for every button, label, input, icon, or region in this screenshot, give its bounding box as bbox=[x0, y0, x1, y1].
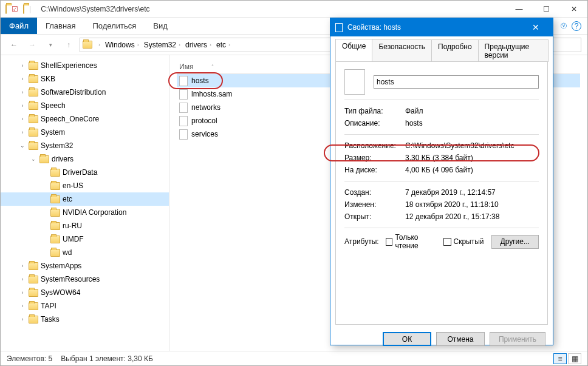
apply-button[interactable]: Применить bbox=[490, 332, 545, 346]
folder-icon bbox=[29, 75, 38, 83]
nav-tree[interactable]: ›ShellExperiences›SKB›SoftwareDistributi… bbox=[1, 55, 169, 351]
folder-icon bbox=[50, 195, 60, 203]
dialog-close-button[interactable]: ✕ bbox=[524, 22, 548, 32]
cancel-button[interactable]: Отмена bbox=[436, 332, 485, 346]
ribbon-expand-icon[interactable]: ⓥ bbox=[561, 22, 567, 30]
nav-up-button[interactable]: ↑ bbox=[61, 38, 76, 52]
col-name[interactable]: Имя bbox=[179, 63, 193, 71]
window-title: C:\Windows\System32\drivers\etc bbox=[36, 5, 505, 13]
view-large-button[interactable]: ▦ bbox=[568, 353, 581, 364]
ok-button[interactable]: ОК bbox=[383, 332, 431, 346]
folder-icon bbox=[29, 142, 38, 150]
crumb-drivers[interactable]: drivers bbox=[185, 41, 207, 49]
checkbox-hidden[interactable]: Скрытый bbox=[443, 237, 484, 246]
dialog-file-icon bbox=[335, 23, 343, 32]
window-titlebar: ☑ | C:\Windows\System32\drivers\etc — ☐ … bbox=[1, 1, 587, 18]
dialog-title: Свойства: hosts bbox=[347, 23, 401, 32]
properties-dialog: Свойства: hosts ✕ Общие Безопасность Под… bbox=[330, 18, 553, 345]
tab-general[interactable]: Общие bbox=[335, 39, 372, 61]
tree-item[interactable]: ›SoftwareDistribution bbox=[1, 86, 169, 99]
maximize-button[interactable]: ☐ bbox=[533, 1, 560, 18]
tree-item[interactable]: NVIDIA Corporation bbox=[1, 206, 169, 219]
folder-icon bbox=[50, 182, 60, 190]
tree-item[interactable]: ⌄drivers bbox=[1, 152, 169, 166]
tab-previous[interactable]: Предыдущие версии bbox=[478, 39, 549, 62]
minimize-button[interactable]: — bbox=[505, 1, 533, 18]
tree-item[interactable]: ›Tasks bbox=[1, 313, 169, 326]
value-location: C:\Windows\System32\drivers\etc bbox=[405, 141, 539, 150]
tree-item-label: SystemResources bbox=[41, 275, 100, 283]
dialog-body: Тип файла:Файл Описание:hosts Расположен… bbox=[335, 61, 548, 325]
qat-folder-icon[interactable] bbox=[23, 5, 24, 13]
folder-icon bbox=[29, 62, 38, 70]
tree-item[interactable]: en-US bbox=[1, 179, 169, 192]
tree-item[interactable]: ›ShellExperiences bbox=[1, 59, 169, 72]
chevron-icon: › bbox=[19, 263, 26, 269]
address-folder-icon bbox=[83, 41, 92, 49]
crumb-system32[interactable]: System32 bbox=[144, 41, 176, 49]
tree-item[interactable]: UMDF bbox=[1, 232, 169, 246]
tree-item[interactable]: ru-RU bbox=[1, 219, 169, 232]
label-size: Размер: bbox=[344, 154, 405, 162]
folder-icon bbox=[50, 249, 60, 257]
tab-security[interactable]: Безопасность bbox=[372, 39, 432, 62]
close-button[interactable]: ✕ bbox=[560, 1, 587, 18]
tree-item-label: System bbox=[41, 128, 65, 137]
chevron-icon: ⌄ bbox=[19, 143, 26, 149]
folder-icon bbox=[29, 302, 38, 310]
checkbox-readonly[interactable]: Только чтение bbox=[386, 233, 436, 250]
help-icon[interactable]: ? bbox=[572, 21, 581, 31]
ribbon-tab-view[interactable]: Вид bbox=[145, 18, 176, 34]
crumb-windows[interactable]: Windows bbox=[105, 41, 135, 49]
chevron-icon: ⌄ bbox=[30, 156, 37, 162]
tree-item-label: Speech_OneCore bbox=[41, 115, 99, 123]
tree-item[interactable]: ›Speech_OneCore bbox=[1, 112, 169, 126]
tree-item[interactable]: ›Speech bbox=[1, 99, 169, 112]
tree-item[interactable]: ›SystemResources bbox=[1, 273, 169, 286]
folder-icon bbox=[29, 115, 38, 123]
crumb-etc[interactable]: etc bbox=[216, 41, 226, 49]
chevron-icon: › bbox=[19, 316, 26, 322]
attributes-other-button[interactable]: Другие... bbox=[491, 235, 539, 249]
label-attributes: Атрибуты: bbox=[344, 237, 386, 246]
ribbon-file-tab[interactable]: Файл bbox=[1, 18, 37, 34]
tree-item[interactable]: ›TAPI bbox=[1, 299, 169, 313]
value-desc: hosts bbox=[405, 119, 539, 127]
label-location: Расположение: bbox=[344, 141, 405, 150]
folder-icon bbox=[50, 236, 60, 243]
filename-input[interactable] bbox=[374, 75, 539, 89]
nav-back-button[interactable]: ← bbox=[7, 38, 21, 52]
tree-item[interactable]: ›SKB bbox=[1, 72, 169, 86]
tree-item-label: SoftwareDistribution bbox=[41, 88, 106, 97]
sort-icon: ˆ bbox=[211, 64, 213, 70]
tab-details[interactable]: Подробно bbox=[431, 39, 479, 62]
tree-item[interactable]: etc bbox=[1, 192, 169, 206]
tree-item[interactable]: ⌄System32 bbox=[1, 139, 169, 152]
ribbon-tab-share[interactable]: Поделиться bbox=[84, 18, 145, 34]
status-bar: Элементов: 5 Выбран 1 элемент: 3,30 КБ ≡… bbox=[1, 351, 587, 365]
value-accessed: 12 декабря 2020 г., 15:17:38 bbox=[405, 212, 539, 221]
tree-item[interactable]: ›System bbox=[1, 126, 169, 139]
tree-item-label: Speech bbox=[41, 101, 66, 110]
folder-icon bbox=[50, 222, 60, 230]
nav-history-button[interactable]: ▾ bbox=[43, 38, 58, 52]
dialog-titlebar[interactable]: Свойства: hosts ✕ bbox=[330, 18, 553, 36]
label-desc: Описание: bbox=[344, 119, 405, 127]
tree-item[interactable]: wd bbox=[1, 246, 169, 259]
ribbon-tab-home[interactable]: Главная bbox=[37, 18, 84, 34]
tree-item[interactable]: ›SysWOW64 bbox=[1, 286, 169, 299]
tree-item-label: SysWOW64 bbox=[41, 288, 80, 297]
tree-item[interactable]: DriverData bbox=[1, 166, 169, 179]
folder-icon bbox=[29, 129, 38, 137]
label-created: Создан: bbox=[344, 188, 405, 197]
file-large-icon bbox=[344, 69, 365, 95]
chevron-icon: › bbox=[19, 76, 26, 82]
chevron-icon: › bbox=[19, 303, 26, 309]
qat-checkbox-icon[interactable]: ☑ bbox=[12, 5, 18, 13]
nav-forward-button[interactable]: → bbox=[25, 38, 39, 52]
folder-icon bbox=[50, 209, 60, 217]
tree-item[interactable]: ›SystemApps bbox=[1, 259, 169, 273]
view-details-button[interactable]: ≡ bbox=[553, 353, 567, 364]
status-count: Элементов: 5 bbox=[7, 354, 52, 363]
chevron-icon: › bbox=[19, 89, 26, 95]
